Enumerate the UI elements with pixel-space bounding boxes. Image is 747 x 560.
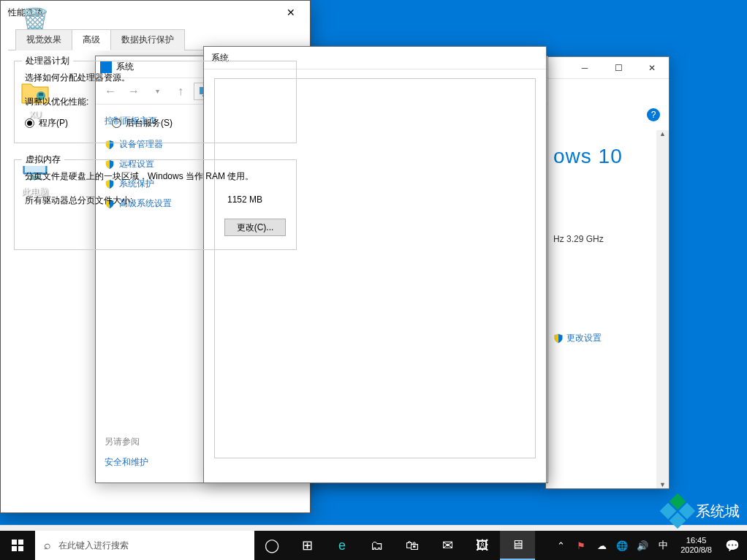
tray-onedrive-icon[interactable]: ☁ <box>594 540 609 551</box>
see-also-label: 另请参阅 <box>105 436 197 448</box>
watermark-icon <box>662 496 693 526</box>
help-icon[interactable]: ? <box>647 108 660 121</box>
scrollbar[interactable] <box>656 130 669 488</box>
close-button[interactable]: ✕ <box>279 1 303 24</box>
vm-total-label: 所有驱动器总分页文件大小: <box>25 194 227 207</box>
taskbar-search[interactable]: ⌕ 在此键入进行搜索 <box>35 531 254 560</box>
about-window: ─ ☐ ✕ ? ows 10 Hz 3.29 GHz 更改设置 <box>545 56 670 489</box>
cortana-icon[interactable]: ◯ <box>254 531 289 560</box>
vm-total-value: 1152 MB <box>227 194 286 207</box>
maximize-button[interactable]: ☐ <box>602 57 635 79</box>
tab-visual-effects[interactable]: 视觉效果 <box>15 29 72 50</box>
about-titlebar[interactable]: ─ ☐ ✕ <box>546 57 669 79</box>
store-icon[interactable]: 🛍 <box>395 531 430 560</box>
running-app-icon[interactable]: 🖥 <box>500 531 535 560</box>
windows10-logo-text: ows 10 <box>553 145 661 168</box>
tab-advanced[interactable]: 高级 <box>72 29 111 50</box>
cpu-info: Hz 3.29 GHz <box>553 234 661 244</box>
windows-logo-icon <box>12 540 23 551</box>
tray-overflow-icon[interactable]: ⌃ <box>553 540 568 551</box>
taskbar-clock[interactable]: 16:45 2020/8/8 <box>675 536 718 555</box>
edge-icon[interactable]: e <box>325 531 360 560</box>
search-icon: ⌕ <box>44 539 51 552</box>
security-maintenance-link[interactable]: 安全和维护 <box>105 453 197 472</box>
shield-icon <box>553 333 564 344</box>
radio-programs[interactable]: 程序(P) <box>25 117 68 129</box>
watermark-logo: 系统城 <box>662 496 740 526</box>
tray-security-icon[interactable]: ⚑ <box>574 540 588 551</box>
processor-scheduling-group: 处理器计划 选择如何分配处理器资源。 调整以优化性能: 程序(P) 后台服务(S… <box>14 61 297 143</box>
group-legend: 处理器计划 <box>22 55 73 67</box>
search-placeholder: 在此键入进行搜索 <box>58 540 129 552</box>
tray-network-icon[interactable]: 🌐 <box>615 540 629 551</box>
system-tray: ⌃ ⚑ ☁ 🌐 🔊 中 <box>549 539 675 552</box>
minimize-button[interactable]: ─ <box>568 57 602 79</box>
group-desc: 选择如何分配处理器资源。 <box>25 72 286 84</box>
action-center-icon[interactable]: 💬 <box>718 539 747 553</box>
adjust-label: 调整以优化性能: <box>25 96 286 108</box>
close-button[interactable]: ✕ <box>635 57 669 79</box>
group-legend: 虚拟内存 <box>22 154 64 166</box>
vm-desc: 分页文件是硬盘上的一块区域，Windows 当作 RAM 使用。 <box>25 170 286 183</box>
radio-background-services[interactable]: 后台服务(S) <box>112 117 172 129</box>
radio-icon <box>112 118 121 128</box>
task-view-icon[interactable]: ⊞ <box>289 531 325 560</box>
tab-dep[interactable]: 数据执行保护 <box>110 29 185 50</box>
photo-icon[interactable]: 🖼 <box>465 531 500 560</box>
change-vm-button[interactable]: 更改(C)... <box>224 219 286 236</box>
mail-icon[interactable]: ✉ <box>430 531 465 560</box>
change-settings-link[interactable]: 更改设置 <box>553 332 661 344</box>
tray-ime-icon[interactable]: 中 <box>656 539 670 552</box>
tray-volume-icon[interactable]: 🔊 <box>635 540 650 551</box>
file-explorer-icon[interactable]: 🗂 <box>360 531 395 560</box>
taskbar: ⌕ 在此键入进行搜索 ◯ ⊞ e 🗂 🛍 ✉ 🖼 🖥 ⌃ ⚑ ☁ 🌐 🔊 中 1… <box>0 531 747 560</box>
radio-icon <box>25 118 34 128</box>
start-button[interactable] <box>0 531 35 560</box>
virtual-memory-group: 虚拟内存 分页文件是硬盘上的一块区域，Windows 当作 RAM 使用。 所有… <box>14 159 297 250</box>
